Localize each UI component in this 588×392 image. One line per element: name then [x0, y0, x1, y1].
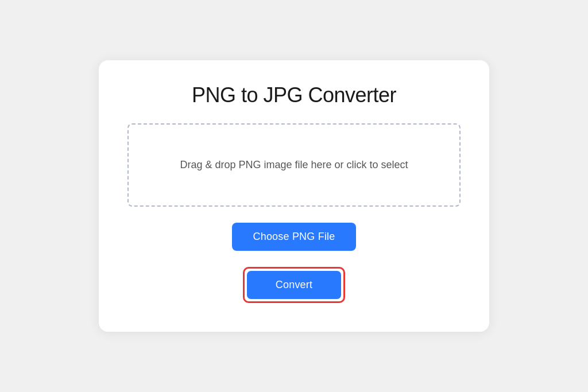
- choose-file-button[interactable]: Choose PNG File: [232, 223, 355, 251]
- convert-button-wrapper: Convert: [243, 267, 345, 303]
- drop-zone[interactable]: Drag & drop PNG image file here or click…: [127, 123, 461, 207]
- dropzone-instruction: Drag & drop PNG image file here or click…: [180, 159, 408, 171]
- converter-card: PNG to JPG Converter Drag & drop PNG ima…: [99, 60, 489, 332]
- convert-button[interactable]: Convert: [247, 271, 341, 299]
- page-title: PNG to JPG Converter: [192, 83, 396, 107]
